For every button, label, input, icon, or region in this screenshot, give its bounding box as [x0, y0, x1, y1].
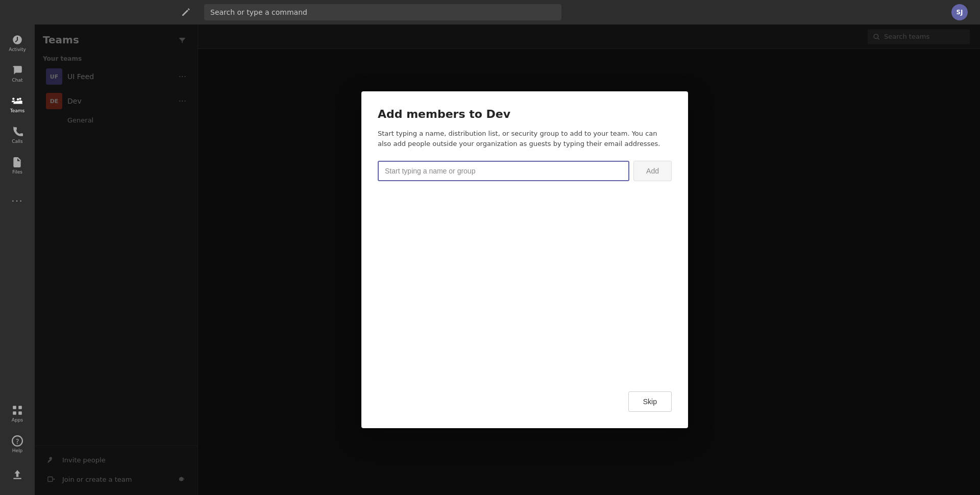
sidebar-item-files[interactable]: Files: [3, 151, 32, 180]
add-button[interactable]: Add: [633, 161, 672, 181]
sidebar-item-activity-label: Activity: [9, 47, 26, 52]
svg-rect-2: [13, 411, 16, 415]
sidebar-item-help[interactable]: ? Help: [3, 430, 32, 458]
modal-title: Add members to Dev: [378, 108, 672, 120]
skip-button[interactable]: Skip: [628, 391, 672, 412]
sidebar-item-more[interactable]: ...: [3, 184, 32, 212]
top-bar-left: [6, 4, 200, 20]
svg-rect-0: [13, 406, 16, 409]
sidebar-item-chat[interactable]: Chat: [3, 59, 32, 88]
sidebar-item-upload[interactable]: [3, 460, 32, 489]
main-area: Activity Chat Teams Calls Files: [0, 24, 980, 495]
modal-footer: Skip: [378, 379, 672, 412]
compose-icon[interactable]: [178, 4, 194, 20]
sidebar-item-teams-label: Teams: [10, 108, 24, 113]
more-dots-label: ...: [11, 193, 23, 204]
sidebar-item-help-label: Help: [12, 448, 23, 453]
search-bar[interactable]: Search or type a command: [204, 4, 561, 20]
user-avatar[interactable]: SJ: [951, 4, 968, 20]
svg-rect-1: [18, 406, 22, 409]
sidebar-item-files-label: Files: [12, 169, 22, 175]
sidebar-item-chat-label: Chat: [12, 78, 22, 83]
search-bar-text: Search or type a command: [210, 8, 307, 16]
icon-sidebar-bottom: Apps ? Help: [3, 399, 32, 495]
modal-overlay: Add members to Dev Start typing a name, …: [35, 24, 980, 495]
sidebar-item-calls[interactable]: Calls: [3, 120, 32, 149]
top-bar: Search or type a command SJ: [0, 0, 980, 24]
top-bar-right: SJ: [566, 4, 974, 20]
main-content: Search teams Add members to Dev Start ty…: [198, 24, 980, 495]
sidebar-item-teams[interactable]: Teams: [3, 90, 32, 118]
add-members-modal: Add members to Dev Start typing a name, …: [361, 91, 688, 428]
sidebar-item-activity[interactable]: Activity: [3, 29, 32, 57]
add-members-input[interactable]: [378, 161, 629, 181]
icon-sidebar: Activity Chat Teams Calls Files: [0, 24, 35, 495]
svg-text:?: ?: [16, 437, 19, 445]
modal-input-row: Add: [378, 161, 672, 181]
sidebar-item-calls-label: Calls: [12, 139, 23, 144]
svg-rect-3: [18, 411, 22, 415]
sidebar-item-apps[interactable]: Apps: [3, 399, 32, 428]
avatar-initials: SJ: [956, 9, 963, 16]
modal-description: Start typing a name, distribution list, …: [378, 129, 672, 148]
sidebar-item-apps-label: Apps: [12, 417, 23, 423]
